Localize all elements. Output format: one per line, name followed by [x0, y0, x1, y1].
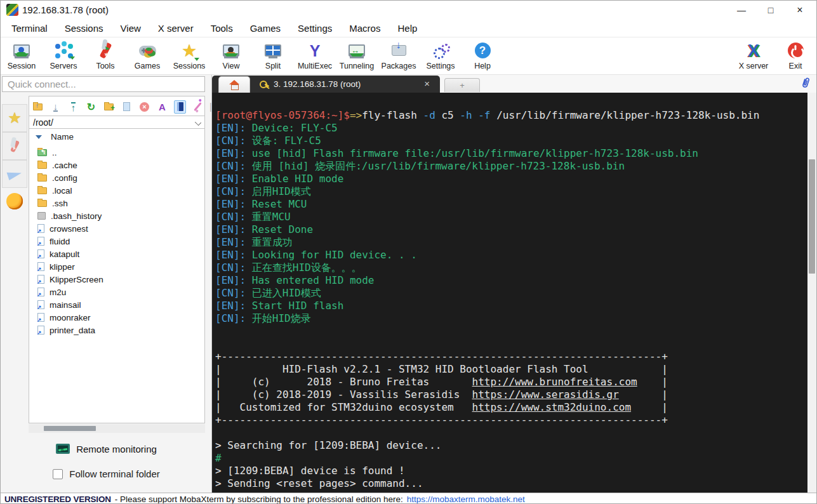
file-row[interactable]: ↗fluidd — [29, 235, 204, 248]
new-file-icon — [123, 102, 130, 111]
toolbar-button-games[interactable]: Games — [126, 37, 168, 74]
tab-home[interactable] — [218, 76, 250, 93]
terminal-line: [CN]: 启用HID模式 — [215, 185, 809, 198]
network-globe-icon[interactable] — [6, 193, 23, 209]
toolbar-button-help[interactable]: ?Help — [462, 37, 503, 74]
terminal-vscrollbar[interactable] — [807, 93, 816, 493]
follow-terminal-checkbox[interactable] — [53, 469, 63, 479]
follow-terminal-folder-option[interactable]: Follow terminal folder — [1, 468, 212, 479]
status-bar: UNREGISTERED VERSION - Please support Mo… — [1, 493, 816, 504]
file-row[interactable]: .config — [29, 171, 204, 184]
toolbar-button-servers[interactable]: Servers — [43, 37, 84, 74]
remote-monitoring-button[interactable]: Remote monitoring — [1, 441, 212, 457]
file-row[interactable]: ↰.. — [29, 146, 204, 159]
menu-view[interactable]: View — [115, 21, 147, 36]
symlink-icon: ↗ — [37, 275, 44, 284]
file-row[interactable]: ↗m2u — [29, 286, 204, 298]
file-row[interactable]: .ssh — [29, 197, 204, 209]
tab-close-icon[interactable]: × — [424, 78, 430, 89]
file-browser-toolbar: ↑↓↑↻+×A| — [32, 98, 212, 115]
quick-connect-input[interactable] — [2, 76, 205, 92]
file-toolbar-open-terminal-button[interactable] — [174, 100, 186, 114]
packages-icon — [392, 45, 406, 56]
menu-tools[interactable]: Tools — [205, 21, 239, 36]
file-row[interactable]: ↗crowsnest — [29, 222, 204, 235]
file-row[interactable]: ↗mainsail — [29, 298, 204, 311]
toolbar-button-tunneling[interactable]: ↔Tunneling — [336, 37, 378, 74]
file-row[interactable]: ↗katapult — [29, 248, 204, 260]
file-name: mainsail — [50, 300, 81, 310]
file-toolbar-upload-button[interactable]: ↑ — [67, 100, 79, 114]
file-row[interactable]: .local — [29, 184, 204, 197]
upload-icon: ↑ — [71, 102, 76, 112]
file-row[interactable]: ↗klipper — [29, 260, 204, 273]
file-name: crowsnest — [50, 224, 88, 234]
terminal-line: [root@flyos-057364:~]$=>fly-flash -d c5 … — [215, 109, 809, 122]
close-button[interactable]: × — [785, 1, 814, 20]
toolbar-button-packages[interactable]: Packages — [378, 37, 420, 74]
hscrollbar-thumb[interactable] — [44, 426, 96, 431]
toolbar-button-view[interactable]: View — [210, 37, 252, 74]
terminal-follow-icon — [177, 102, 183, 111]
terminal-line — [215, 427, 809, 439]
vscrollbar-thumb[interactable] — [809, 159, 815, 274]
rename-icon: A — [159, 102, 166, 112]
menu-x-server[interactable]: X server — [152, 21, 199, 36]
toolbar-label: Exit — [789, 62, 802, 70]
menu-macros[interactable]: Macros — [343, 21, 386, 36]
file-toolbar-download-button[interactable]: ↓ — [50, 100, 62, 114]
maximize-button[interactable]: □ — [756, 1, 785, 20]
menu-terminal[interactable]: Terminal — [6, 21, 53, 36]
toolbar-button-exit[interactable]: Exit — [774, 37, 816, 74]
terminal-line: [EN]: use [hid] Flash firmware file:/usr… — [215, 147, 809, 160]
sidebar-item-macros[interactable] — [2, 160, 27, 188]
file-name: moonraker — [50, 313, 91, 322]
file-name: .. — [52, 148, 57, 157]
remote-monitoring-label: Remote monitoring — [76, 444, 157, 454]
mobatek-link[interactable]: https://mobaxterm.mobatek.net — [407, 494, 525, 504]
sidebar-item-tools[interactable] — [2, 132, 27, 160]
menu-sessions[interactable]: Sessions — [59, 21, 109, 36]
toolbar-button-tools[interactable]: Tools — [84, 37, 126, 74]
toolbar-button-settings[interactable]: Settings — [420, 37, 462, 74]
new-tab-button[interactable]: + — [444, 78, 480, 92]
path-input[interactable] — [29, 116, 204, 128]
toolbar-button-session[interactable]: Session — [1, 37, 43, 74]
file-row[interactable]: ↗moonraker — [29, 311, 204, 324]
file-toolbar-rename-button[interactable]: A — [156, 100, 168, 114]
file-row[interactable]: .cache — [29, 159, 204, 171]
symlink-icon: ↗ — [37, 300, 44, 309]
file-panel-hscrollbar[interactable] — [29, 424, 205, 433]
toolbar-button-multiexec[interactable]: YMultiExec — [294, 37, 336, 74]
paperclip-icon[interactable] — [800, 76, 811, 93]
toolbar-button-x-server[interactable]: XX server — [733, 37, 774, 74]
menu-settings[interactable]: Settings — [292, 21, 338, 36]
sidebar-item-pinned-sessions[interactable]: ★ — [2, 104, 27, 132]
file-toolbar-new-file-button[interactable] — [121, 100, 133, 114]
toolbar-button-sessions[interactable]: ★Sessions — [168, 37, 210, 74]
file-row[interactable]: ↗KlipperScreen — [29, 273, 204, 286]
delete-icon: × — [140, 102, 149, 112]
file-toolbar-delete-button[interactable]: × — [138, 100, 150, 114]
file-toolbar-parent-folder-button[interactable]: ↑ — [32, 100, 44, 114]
toolbar-button-split[interactable]: Split — [252, 37, 294, 74]
file-toolbar-new-folder-button[interactable]: + — [103, 100, 115, 114]
file-list-header[interactable]: Name — [29, 130, 204, 144]
menu-games[interactable]: Games — [244, 21, 286, 36]
swiss-knife-icon — [99, 42, 112, 58]
menu-help[interactable]: Help — [392, 21, 423, 36]
file-toolbar-refresh-button[interactable]: ↻ — [85, 100, 97, 114]
folder-icon — [37, 162, 47, 169]
file-toolbar-wand-button[interactable] — [192, 100, 204, 114]
file-row[interactable]: ↗printer_data — [29, 324, 204, 336]
minimize-button[interactable]: — — [727, 1, 756, 20]
file-row[interactable]: .bash_history — [29, 209, 204, 222]
file-name: .ssh — [52, 199, 68, 208]
home-icon — [229, 81, 239, 89]
mobaxterm-logo-icon — [6, 4, 18, 16]
new-folder-icon: + — [104, 103, 114, 110]
star-icon: ★ — [182, 43, 197, 59]
toolbar-label: Tunneling — [340, 62, 374, 70]
tab-active-session[interactable]: 3. 192.168.31.78 (root) × — [251, 76, 439, 93]
terminal-output[interactable]: [root@flyos-057364:~]$=>fly-flash -d c5 … — [212, 93, 809, 493]
